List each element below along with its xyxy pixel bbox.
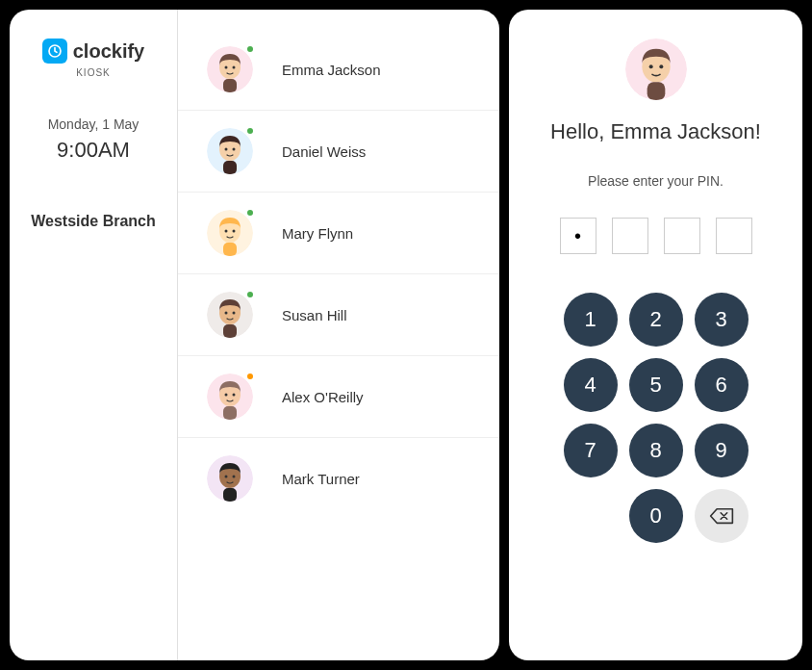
pin-digit-box: • bbox=[560, 218, 596, 254]
svg-point-28 bbox=[225, 476, 228, 478]
keypad-digit-3[interactable]: 3 bbox=[695, 293, 749, 347]
selected-user-avatar bbox=[625, 39, 687, 100]
clockify-icon bbox=[42, 39, 67, 64]
avatar-wrap bbox=[207, 210, 253, 256]
user-row[interactable]: Mary Flynn bbox=[178, 193, 499, 274]
status-indicator-icon bbox=[245, 44, 255, 54]
status-indicator-icon bbox=[245, 126, 255, 136]
keypad-spacer bbox=[564, 489, 618, 543]
svg-rect-35 bbox=[647, 82, 665, 100]
avatar bbox=[207, 292, 253, 338]
status-indicator-icon bbox=[245, 208, 255, 218]
svg-point-19 bbox=[233, 312, 236, 315]
kiosk-sublabel: KIOSK bbox=[76, 67, 111, 78]
user-name: Susan Hill bbox=[282, 307, 347, 323]
kiosk-panel: clockify KIOSK Monday, 1 May 9:00AM West… bbox=[10, 10, 499, 660]
brand-logo: clockify bbox=[42, 39, 144, 64]
avatar-wrap bbox=[207, 374, 253, 420]
user-list: Emma Jackson Daniel Weiss Mary Flynn bbox=[178, 10, 499, 660]
svg-point-3 bbox=[225, 66, 228, 69]
avatar bbox=[207, 374, 253, 420]
svg-point-23 bbox=[225, 394, 228, 397]
status-indicator-icon bbox=[245, 372, 255, 381]
svg-point-33 bbox=[648, 64, 652, 68]
avatar-wrap bbox=[207, 46, 253, 92]
user-name: Alex O'Reilly bbox=[282, 389, 364, 405]
pin-digit-box bbox=[716, 218, 752, 254]
svg-rect-10 bbox=[223, 161, 237, 174]
backspace-button[interactable] bbox=[695, 489, 749, 543]
avatar-wrap bbox=[207, 455, 253, 502]
keypad-digit-7[interactable]: 7 bbox=[564, 424, 618, 477]
svg-rect-30 bbox=[223, 488, 237, 502]
svg-point-18 bbox=[225, 312, 228, 315]
keypad-digit-6[interactable]: 6 bbox=[695, 358, 749, 412]
sidebar: clockify KIOSK Monday, 1 May 9:00AM West… bbox=[10, 10, 178, 660]
avatar bbox=[207, 210, 253, 256]
keypad-digit-1[interactable]: 1 bbox=[564, 293, 618, 347]
user-row[interactable]: Mark Turner bbox=[178, 438, 499, 519]
pin-instruction: Please enter your PIN. bbox=[588, 173, 723, 189]
svg-point-34 bbox=[659, 64, 663, 68]
svg-point-14 bbox=[233, 230, 236, 233]
svg-point-9 bbox=[233, 148, 236, 151]
avatar-wrap bbox=[207, 128, 253, 174]
current-date: Monday, 1 May bbox=[48, 116, 140, 132]
user-name: Mary Flynn bbox=[282, 225, 353, 242]
keypad-digit-5[interactable]: 5 bbox=[629, 358, 683, 412]
user-name: Emma Jackson bbox=[282, 62, 381, 78]
brand-name: clockify bbox=[73, 40, 144, 63]
pin-entry-panel: Hello, Emma Jackson! Please enter your P… bbox=[509, 10, 802, 660]
svg-rect-15 bbox=[223, 243, 237, 256]
user-row[interactable]: Susan Hill bbox=[178, 274, 499, 356]
svg-point-8 bbox=[225, 148, 228, 151]
current-time: 9:00AM bbox=[57, 138, 130, 163]
user-name: Daniel Weiss bbox=[282, 143, 366, 160]
pin-digit-box bbox=[664, 218, 700, 254]
keypad-digit-4[interactable]: 4 bbox=[564, 358, 618, 412]
pin-digit-box bbox=[612, 218, 648, 254]
avatar bbox=[207, 46, 253, 92]
svg-rect-25 bbox=[223, 406, 237, 420]
branch-name: Westside Branch bbox=[31, 211, 156, 232]
user-row[interactable]: Alex O'Reilly bbox=[178, 356, 499, 438]
svg-point-13 bbox=[225, 230, 228, 233]
svg-point-4 bbox=[233, 66, 236, 69]
pin-input-boxes: • bbox=[560, 218, 752, 254]
svg-rect-5 bbox=[223, 79, 237, 92]
keypad-digit-2[interactable]: 2 bbox=[629, 293, 683, 347]
svg-point-29 bbox=[233, 476, 236, 478]
avatar bbox=[207, 455, 253, 502]
keypad-digit-8[interactable]: 8 bbox=[629, 424, 683, 477]
user-row[interactable]: Daniel Weiss bbox=[178, 111, 499, 193]
greeting-text: Hello, Emma Jackson! bbox=[550, 119, 761, 144]
user-row[interactable]: Emma Jackson bbox=[178, 29, 499, 111]
keypad-digit-9[interactable]: 9 bbox=[695, 424, 749, 477]
status-indicator-icon bbox=[245, 290, 255, 299]
keypad-digit-0[interactable]: 0 bbox=[629, 489, 683, 543]
svg-rect-20 bbox=[223, 324, 237, 338]
avatar bbox=[207, 128, 253, 174]
avatar-wrap bbox=[207, 292, 253, 338]
backspace-icon bbox=[709, 506, 734, 526]
numeric-keypad: 1234567890 bbox=[564, 293, 749, 543]
svg-point-24 bbox=[233, 394, 236, 397]
user-name: Mark Turner bbox=[282, 471, 360, 487]
